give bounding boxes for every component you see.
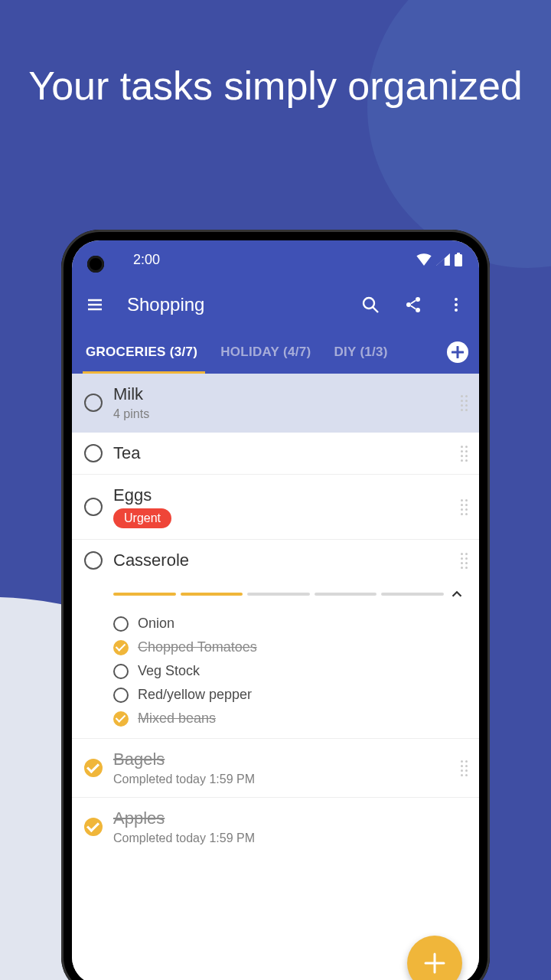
svg-point-8 <box>455 303 458 306</box>
task-checkbox[interactable] <box>84 759 103 777</box>
task-subtitle: Completed today 1:59 PM <box>113 773 447 786</box>
plus-icon <box>452 346 464 358</box>
subtask-item[interactable]: Chopped Tomatoes <box>113 635 465 659</box>
task-checkbox[interactable] <box>84 394 103 412</box>
collapse-button[interactable] <box>448 586 465 603</box>
svg-point-4 <box>416 297 420 302</box>
subtask-item[interactable]: Red/yellow pepper <box>113 683 465 707</box>
tab-bar: GROCERIES (3/7) HOLIDAY (4/7) DIY (1/3) <box>72 331 479 374</box>
task-list[interactable]: Milk 4 pints Tea Eggs Urgent <box>72 374 479 980</box>
status-time: 2:00 <box>133 252 160 268</box>
drag-handle-icon[interactable] <box>458 395 470 411</box>
task-checkbox[interactable] <box>84 444 103 462</box>
svg-point-5 <box>406 302 411 307</box>
status-bar: 2:00 <box>72 240 479 279</box>
share-button[interactable] <box>403 294 424 315</box>
subtask-item[interactable]: Veg Stock <box>113 659 465 683</box>
svg-point-2 <box>364 298 374 309</box>
svg-point-9 <box>455 309 458 312</box>
phone-frame: 2:00 Shopping GROCERIES (3 <box>61 230 490 980</box>
task-row[interactable]: Tea <box>72 433 479 475</box>
subtask-label: Chopped Tomatoes <box>138 639 257 655</box>
drag-handle-icon[interactable] <box>458 446 470 462</box>
subtask-checkbox[interactable] <box>113 616 129 632</box>
plus-icon <box>423 952 446 975</box>
subtask-item[interactable]: Onion <box>113 612 465 635</box>
drag-handle-icon[interactable] <box>458 760 470 776</box>
task-row[interactable]: Bagels Completed today 1:59 PM <box>72 739 479 798</box>
tab-groceries[interactable]: GROCERIES (3/7) <box>83 345 201 360</box>
subtask-progress <box>113 581 465 612</box>
subtask-label: Mixed beans <box>138 710 216 727</box>
wifi-icon <box>416 253 432 266</box>
task-row[interactable]: Eggs Urgent <box>72 475 479 540</box>
screen: 2:00 Shopping GROCERIES (3 <box>72 240 479 980</box>
svg-rect-1 <box>457 253 460 255</box>
search-icon <box>361 296 380 314</box>
subtask-label: Onion <box>138 616 174 632</box>
more-vert-icon <box>447 296 465 314</box>
tab-diy[interactable]: DIY (1/3) <box>331 345 390 360</box>
app-bar: Shopping <box>72 279 479 331</box>
svg-point-7 <box>455 298 458 301</box>
drag-handle-icon[interactable] <box>458 553 470 569</box>
task-title: Tea <box>113 443 447 463</box>
drag-handle-icon[interactable] <box>458 499 470 515</box>
tab-holiday[interactable]: HOLIDAY (4/7) <box>217 345 314 360</box>
page-title: Shopping <box>127 294 338 315</box>
subtask-checkbox[interactable] <box>113 664 129 679</box>
task-row[interactable]: Milk 4 pints <box>72 374 479 433</box>
svg-point-6 <box>416 308 420 312</box>
subtask-label: Veg Stock <box>138 663 200 679</box>
task-title: Apples <box>113 808 470 828</box>
subtask-block: Onion Chopped Tomatoes Veg Stock Red/yel… <box>72 581 479 739</box>
task-title: Bagels <box>113 750 447 769</box>
task-checkbox[interactable] <box>84 551 103 570</box>
task-checkbox[interactable] <box>84 818 103 836</box>
add-tab-button[interactable] <box>447 341 468 363</box>
task-title: Milk <box>113 384 447 404</box>
subtask-checkbox[interactable] <box>113 711 129 727</box>
subtask-checkbox[interactable] <box>113 640 129 655</box>
cell-signal-icon <box>436 253 450 266</box>
svg-rect-0 <box>455 254 462 266</box>
task-title: Eggs <box>113 485 447 505</box>
task-row[interactable]: Casserole <box>72 540 479 581</box>
task-subtitle: 4 pints <box>113 407 447 421</box>
overflow-button[interactable] <box>445 294 467 315</box>
task-tag: Urgent <box>113 508 171 528</box>
subtask-label: Red/yellow pepper <box>138 687 252 703</box>
task-subtitle: Completed today 1:59 PM <box>113 831 470 845</box>
subtask-checkbox[interactable] <box>113 688 129 703</box>
menu-button[interactable] <box>84 294 106 315</box>
task-title: Casserole <box>113 550 447 570</box>
hamburger-icon <box>86 296 104 314</box>
battery-icon <box>455 253 462 266</box>
subtask-item[interactable]: Mixed beans <box>113 707 465 730</box>
status-icons <box>416 253 462 266</box>
task-checkbox[interactable] <box>84 498 103 516</box>
marketing-headline: Your tasks simply organized <box>0 0 551 111</box>
camera-cutout <box>87 256 104 273</box>
search-button[interactable] <box>360 294 381 315</box>
svg-line-3 <box>373 307 378 312</box>
share-icon <box>404 296 422 314</box>
task-row[interactable]: Apples Completed today 1:59 PM <box>72 798 479 856</box>
